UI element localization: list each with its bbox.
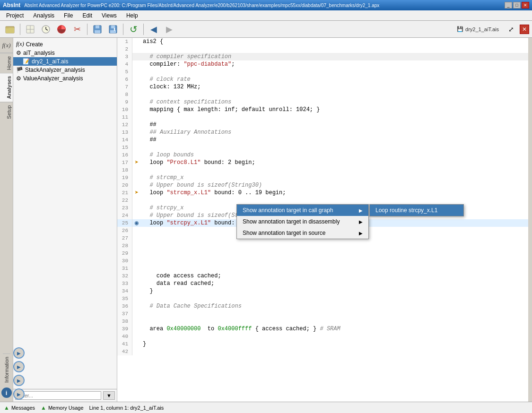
line-num-1: 1: [117, 38, 132, 45]
code-line-15: 15: [117, 144, 528, 151]
save-file-icon: 💾: [457, 26, 463, 32]
view-button[interactable]: [23, 23, 37, 36]
code-line-14: 14 ##: [117, 136, 528, 144]
maximize-button[interactable]: □: [513, 2, 521, 9]
code-line-7: 7 clock: 132 MHz;: [117, 83, 528, 91]
menu-help[interactable]: Help: [122, 11, 142, 20]
value-icon: ⚙: [16, 75, 21, 82]
ctx-call-graph-label: Show annotation target in call graph: [243, 207, 333, 214]
panel: f(x) Create ⚙ aiT_analysis 📝 dry2_1_aiT.…: [13, 38, 117, 402]
ctx-item-call-graph[interactable]: Show annotation target in call graph ▶: [237, 205, 368, 216]
clock-button[interactable]: [39, 23, 53, 36]
code-line-21: 21 ➤ loop "strcmp_x.L1" bound: 0 .. 19 b…: [117, 189, 528, 197]
titlebar-title: AbsInt Advanced Analyzer for PowerPC e20…: [24, 3, 379, 8]
open-button[interactable]: [3, 23, 17, 36]
code-line-12: 12 ##: [117, 121, 528, 129]
ctx-item-source[interactable]: Show annotation target in source ▶: [237, 227, 368, 239]
info-section: Information i: [0, 121, 13, 402]
svg-rect-11: [96, 26, 99, 28]
code-line-4: 4 compiler: "ppc-diabdata";: [117, 60, 528, 68]
toolbar-filename-text: dry2_1_aiT.ais: [465, 26, 499, 32]
code-line-41: 41 }: [117, 340, 528, 348]
back-button[interactable]: ◀: [147, 23, 161, 36]
code-line-3: 3 # compiler specification: [117, 53, 528, 60]
refresh-button[interactable]: ↺: [126, 23, 140, 36]
tree-item-ais-label: dry2_1_aiT.ais: [32, 58, 68, 65]
sidebar-tab-information[interactable]: Information: [3, 353, 10, 386]
code-line-11: 11: [117, 113, 528, 121]
filter-input[interactable]: [15, 391, 101, 400]
tree-item-ait[interactable]: ⚙ aiT_analysis: [13, 49, 117, 57]
editor-close-button[interactable]: ✕: [520, 25, 529, 34]
ctx-arrow-3: ▶: [359, 231, 363, 236]
minimize-button[interactable]: _: [505, 2, 512, 9]
menu-analysis[interactable]: Analysis: [29, 11, 59, 20]
playback-fixed: ▶ ▶ ▶ ▶: [13, 347, 25, 402]
play-btn-4[interactable]: ▶: [13, 388, 25, 400]
tree-item-ais[interactable]: 📝 dry2_1_aiT.ais: [13, 57, 117, 66]
code-line-34: 34 }: [117, 287, 528, 295]
code-line-6: 6 # clock rate: [117, 76, 528, 83]
tree-item-create-label: Create: [26, 41, 43, 48]
code-line-13: 13 ## Auxiliary Annotations: [117, 129, 528, 136]
editor-area: 1 ais2 { 2 3 # compiler specification 4: [117, 38, 528, 402]
tree-item-stack[interactable]: 🏴 StackAnalyzer_analysis: [13, 66, 117, 74]
ctx-arrow-1: ▶: [359, 208, 363, 213]
code-line-42: 42: [117, 348, 528, 355]
menubar: Project Analysis File Edit Views Help: [0, 10, 532, 21]
close-button[interactable]: ✕: [522, 2, 529, 9]
tree-item-ait-label: aiT_analysis: [23, 50, 55, 56]
ctx-source-label: Show annotation target in source: [243, 230, 325, 236]
line-content-1: ais2 {: [141, 38, 528, 45]
titlebar-left: AbsInt AbsInt Advanced Analyzer for Powe…: [3, 2, 379, 9]
titlebar: AbsInt AbsInt Advanced Analyzer for Powe…: [0, 0, 532, 10]
code-line-33: 33 data read cached;: [117, 280, 528, 287]
play-btn-1[interactable]: ▶: [13, 347, 25, 359]
stack-icon: 🏴: [16, 67, 23, 73]
tree-item-create[interactable]: f(x) Create: [13, 40, 117, 49]
submenu-label: Loop routine strcpy_x.L1: [375, 207, 437, 214]
ctx-item-disassembly[interactable]: Show annotation target in disassembly ▶: [237, 216, 368, 227]
tree-item-value-label: ValueAnalyzer_analysis: [23, 75, 83, 82]
export-button[interactable]: [106, 23, 120, 36]
info-icon[interactable]: i: [1, 387, 12, 398]
menu-edit[interactable]: Edit: [78, 11, 96, 20]
sidebar-tab-setup[interactable]: Setup: [0, 102, 13, 122]
toolbar-separator-4: [143, 24, 144, 35]
fx-icon-container: f(x): [0, 38, 13, 53]
toolbar-separator-2: [87, 24, 87, 35]
panel-tree: f(x) Create ⚙ aiT_analysis 📝 dry2_1_aiT.…: [13, 38, 117, 389]
code-line-35: 35: [117, 295, 528, 302]
toolbar: ✂ ↺ ◀ ▶ 💾 dry2_1_aiT.ais ⤢ ✕: [0, 21, 532, 38]
submenu: Loop routine strcpy_x.L1: [369, 204, 464, 216]
play-btn-2[interactable]: ▶: [13, 361, 25, 372]
forward-button[interactable]: ▶: [162, 23, 176, 36]
submenu-item-strcpy[interactable]: Loop routine strcpy_x.L1: [370, 205, 463, 216]
filter-dropdown-button[interactable]: ▼: [103, 391, 115, 400]
code-line-39: 39 area 0x40000000 to 0x4000ffff { acces…: [117, 325, 528, 333]
code-line-2: 2: [117, 45, 528, 53]
cut-button[interactable]: ✂: [70, 23, 84, 36]
resize-button[interactable]: ⤢: [504, 23, 518, 36]
left-sections: f(x) Home Analyses Setup Information i: [0, 38, 13, 402]
function-icon: f(x): [2, 42, 10, 49]
save-button[interactable]: [90, 23, 105, 36]
sidebar-tab-home[interactable]: Home: [0, 53, 13, 73]
menu-project[interactable]: Project: [2, 11, 28, 20]
ais-icon: 📝: [23, 58, 30, 65]
code-line-40: 40: [117, 333, 528, 340]
sidebar-tab-analyses[interactable]: Analyses: [0, 73, 13, 102]
menu-views[interactable]: Views: [97, 11, 121, 20]
code-line-30: 30: [117, 257, 528, 265]
svg-rect-15: [110, 30, 116, 33]
code-line-29: 29: [117, 250, 528, 257]
play-btn-3[interactable]: ▶: [13, 375, 25, 386]
context-menu: Show annotation target in call graph ▶ S…: [236, 204, 369, 239]
tree-item-value[interactable]: ⚙ ValueAnalyzer_analysis: [13, 74, 117, 83]
chart-button[interactable]: [54, 23, 69, 36]
ctx-arrow-2: ▶: [359, 219, 363, 224]
code-line-20: 20 # Upper bound is sizeof(String30): [117, 181, 528, 189]
menu-file[interactable]: File: [60, 11, 77, 20]
toolbar-separator-1: [20, 24, 20, 35]
main-layout: f(x) Home Analyses Setup Information i f…: [0, 38, 532, 402]
